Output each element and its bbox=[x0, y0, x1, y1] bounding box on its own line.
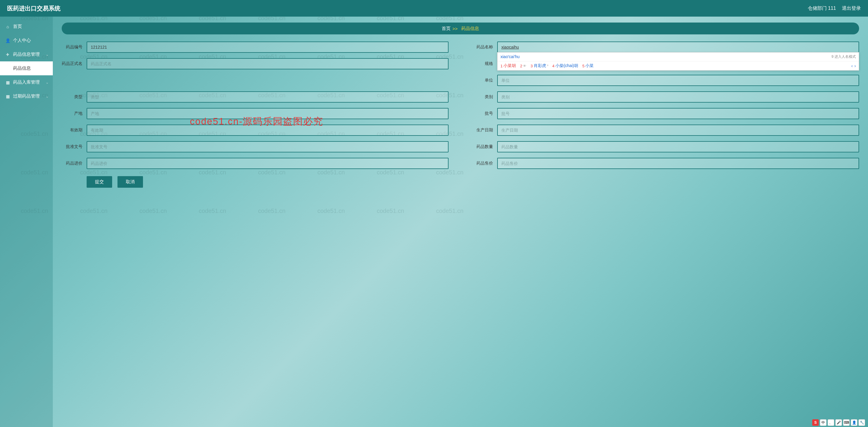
sidebar-item-medicine-info-mgmt[interactable]: ✈ 药品信息管理 ⌄ bbox=[0, 47, 53, 61]
ime-lang-icon[interactable]: 中 bbox=[820, 419, 827, 426]
buyprice-input[interactable] bbox=[87, 158, 448, 169]
breadcrumb-sep: >> bbox=[453, 26, 458, 31]
person-icon: ⁸ bbox=[547, 64, 548, 68]
fullname-input[interactable] bbox=[87, 58, 448, 69]
sidebar: ⌂ 首页 👤 个人中心 ✈ 药品信息管理 ⌄ 药品信息 ▦ 药品入库管理 ⌄ ▦… bbox=[0, 17, 53, 427]
unit-input[interactable] bbox=[497, 75, 859, 86]
category-label: 类别 bbox=[472, 94, 493, 100]
breadcrumb-current: 药品信息 bbox=[461, 26, 479, 31]
sidebar-item-label: 药品信息管理 bbox=[13, 52, 40, 57]
send-icon: ✈ bbox=[5, 52, 10, 57]
proddate-label: 生产日期 bbox=[472, 128, 493, 133]
batchno-label: 批号 bbox=[472, 111, 493, 116]
ime-candidate[interactable]: 2👁 bbox=[520, 64, 526, 68]
breadcrumb: 首页 >> 药品信息 bbox=[62, 23, 859, 34]
chevron-down-icon: ⌄ bbox=[46, 80, 49, 85]
sidebar-item-home[interactable]: ⌂ 首页 bbox=[0, 20, 53, 34]
ime-candidates: 1小菜胡 2👁 3肖彩虎⁸ 4小柴(chai)胡 5小菜 ‹› bbox=[497, 61, 859, 70]
proddate-input[interactable] bbox=[497, 125, 859, 136]
ime-candidate[interactable]: 4小柴(chai)胡 bbox=[552, 63, 578, 68]
ime-keyboard-icon[interactable]: ⌨ bbox=[843, 419, 849, 426]
chevron-down-icon: ⌄ bbox=[46, 94, 49, 98]
sidebar-item-inbound-mgmt[interactable]: ▦ 药品入库管理 ⌄ bbox=[0, 75, 53, 89]
name-label: 药品名称 bbox=[472, 44, 493, 50]
ime-prev-icon[interactable]: ‹ bbox=[851, 63, 853, 68]
sidebar-item-label: 首页 bbox=[13, 24, 22, 29]
sellprice-label: 药品售价 bbox=[472, 161, 493, 166]
ime-candidate[interactable]: 3肖彩虎⁸ bbox=[530, 63, 548, 68]
batchno-input[interactable] bbox=[497, 108, 859, 119]
ime-tools-icon[interactable]: 🔧 bbox=[859, 419, 865, 426]
ime-next-icon[interactable]: › bbox=[855, 63, 856, 68]
submit-button[interactable]: 提交 bbox=[87, 176, 112, 188]
grid-icon: ▦ bbox=[5, 94, 10, 99]
ime-skin-icon[interactable]: 👤 bbox=[851, 419, 857, 426]
code-input[interactable] bbox=[87, 41, 448, 53]
qty-input[interactable] bbox=[497, 141, 859, 153]
ime-voice-icon[interactable]: 🎤 bbox=[835, 419, 842, 426]
name-input[interactable] bbox=[497, 41, 859, 53]
main-content: 首页 >> 药品信息 药品编号 药品名称 xiao'cai'hu 9 进入人名模… bbox=[53, 17, 868, 427]
expiry-label: 有效期 bbox=[62, 128, 83, 133]
cancel-button[interactable]: 取消 bbox=[118, 176, 143, 188]
origin-label: 产地 bbox=[62, 111, 83, 116]
sidebar-item-label: 药品入库管理 bbox=[13, 79, 40, 85]
sidebar-item-medicine-info[interactable]: 药品信息 bbox=[0, 61, 53, 75]
sidebar-item-profile[interactable]: 👤 个人中心 bbox=[0, 34, 53, 47]
qty-label: 药品数量 bbox=[472, 144, 493, 150]
sidebar-item-label: 过期药品管理 bbox=[13, 93, 40, 99]
spec-label: 规格 bbox=[472, 61, 493, 66]
app-title: 医药进出口交易系统 bbox=[7, 4, 61, 12]
ime-punct-icon[interactable]: 、 bbox=[828, 419, 834, 426]
logout-button[interactable]: 退出登录 bbox=[842, 5, 861, 11]
type-label: 类型 bbox=[62, 94, 83, 100]
header-right: 仓储部门 111 退出登录 bbox=[808, 5, 861, 11]
form: 药品编号 药品名称 xiao'cai'hu 9 进入人名模式 1小菜胡 2👁 3… bbox=[62, 41, 859, 169]
sidebar-item-label: 药品信息 bbox=[13, 66, 31, 71]
ime-hint: 9 进入人名模式 bbox=[832, 54, 856, 59]
category-input[interactable] bbox=[497, 91, 859, 103]
sellprice-input[interactable] bbox=[497, 158, 859, 169]
expiry-input[interactable] bbox=[87, 125, 448, 136]
fullname-label: 药品正式名 bbox=[62, 61, 83, 66]
code-label: 药品编号 bbox=[62, 44, 83, 50]
type-input[interactable] bbox=[87, 91, 448, 103]
approval-label: 批准文号 bbox=[62, 144, 83, 150]
blank-icon bbox=[5, 66, 10, 71]
eye-icon: 👁 bbox=[523, 64, 526, 68]
sidebar-item-expired-mgmt[interactable]: ▦ 过期药品管理 ⌄ bbox=[0, 89, 53, 103]
ime-candidate[interactable]: 5小菜 bbox=[582, 63, 594, 68]
sogou-logo-icon[interactable]: S bbox=[812, 419, 819, 426]
home-icon: ⌂ bbox=[5, 24, 10, 29]
chevron-down-icon: ⌄ bbox=[46, 53, 49, 57]
approval-input[interactable] bbox=[87, 141, 448, 153]
ime-popup: xiao'cai'hu 9 进入人名模式 1小菜胡 2👁 3肖彩虎⁸ 4小柴(c… bbox=[497, 52, 859, 71]
header: 医药进出口交易系统 仓储部门 111 退出登录 bbox=[0, 0, 868, 17]
origin-input[interactable] bbox=[87, 108, 448, 119]
user-icon: 👤 bbox=[5, 38, 10, 43]
user-label[interactable]: 仓储部门 111 bbox=[808, 5, 836, 11]
grid-icon: ▦ bbox=[5, 80, 10, 85]
buyprice-label: 药品进价 bbox=[62, 161, 83, 166]
ime-candidate[interactable]: 1小菜胡 bbox=[500, 63, 516, 68]
breadcrumb-home[interactable]: 首页 bbox=[442, 26, 451, 31]
sidebar-item-label: 个人中心 bbox=[13, 38, 31, 43]
ime-input-text: xiao'cai'hu bbox=[500, 54, 520, 59]
taskbar-ime: S 中 、 🎤 ⌨ 👤 🔧 bbox=[812, 419, 865, 426]
unit-label: 单位 bbox=[472, 78, 493, 83]
